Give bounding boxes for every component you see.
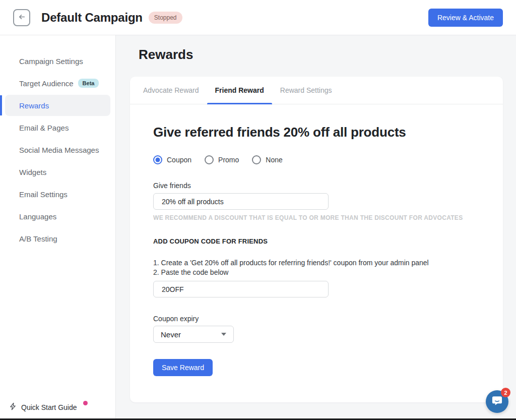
sidebar: Campaign Settings Target Audience Beta R… — [0, 35, 116, 418]
give-friends-input[interactable] — [153, 193, 329, 210]
coupon-instructions: 1. Create a 'Get 20% off all products fo… — [153, 258, 480, 277]
coupon-code-input[interactable] — [153, 281, 329, 297]
quick-start-guide-label: Quick Start Guide — [21, 403, 77, 411]
quick-start-guide-link[interactable]: Quick Start Guide — [9, 402, 88, 412]
radio-option-coupon[interactable]: Coupon — [153, 155, 191, 164]
tab-bar: Advocate Reward Friend Reward Reward Set… — [130, 77, 503, 104]
caret-down-icon — [221, 333, 226, 336]
sidebar-item-email-pages[interactable]: Email & Pages — [5, 117, 110, 138]
back-button[interactable] — [13, 9, 30, 26]
friend-reward-form: Give referred friends 20% off all produc… — [130, 125, 503, 376]
radio-label: Coupon — [167, 156, 191, 164]
coupon-expiry-label: Coupon expiry — [153, 315, 480, 323]
radio-label: Promo — [218, 156, 239, 164]
review-activate-button[interactable]: Review & Activate — [428, 9, 503, 27]
tab-label: Advocate Reward — [143, 86, 199, 94]
beta-badge: Beta — [78, 79, 99, 88]
radio-coupon-selected[interactable] — [153, 155, 162, 164]
arrow-left-icon — [18, 13, 26, 23]
rewards-card: Advocate Reward Friend Reward Reward Set… — [130, 77, 503, 402]
coupon-step-1: 1. Create a 'Get 20% off all products fo… — [153, 258, 480, 268]
chat-launcher-button[interactable]: 2 — [486, 390, 508, 413]
active-item-indicator — [0, 95, 2, 115]
sidebar-item-email-settings[interactable]: Email Settings — [5, 184, 110, 205]
sidebar-nav: Campaign Settings Target Audience Beta R… — [0, 35, 115, 249]
lightning-bolt-icon — [9, 402, 17, 412]
chat-unread-badge: 2 — [501, 388, 510, 397]
sidebar-item-label: Social Media Messages — [19, 146, 99, 154]
give-friends-label: Give friends — [153, 182, 480, 190]
coupon-section-heading: ADD COUPON CODE FOR FRIENDS — [153, 237, 480, 245]
page-title: Rewards — [139, 47, 516, 63]
save-reward-button[interactable]: Save Reward — [153, 359, 213, 376]
sidebar-item-ab-testing[interactable]: A/B Testing — [5, 228, 110, 249]
coupon-step-2: 2. Paste the code below — [153, 268, 480, 277]
radio-option-promo[interactable]: Promo — [205, 155, 239, 164]
sidebar-item-label: Languages — [19, 212, 56, 221]
reward-type-radio-group: Coupon Promo None — [153, 155, 480, 164]
sidebar-item-widgets[interactable]: Widgets — [5, 161, 110, 183]
sidebar-item-label: A/B Testing — [19, 234, 57, 243]
form-heading: Give referred friends 20% off all produc… — [153, 125, 480, 140]
radio-none[interactable] — [252, 155, 261, 164]
discount-hint: WE RECOMMEND A DISCOUNT THAT IS EQUAL TO… — [153, 214, 480, 221]
coupon-expiry-select[interactable]: Never — [153, 326, 234, 343]
app-header: Default Campaign Stopped Review & Activa… — [0, 0, 516, 35]
radio-dot — [156, 158, 160, 162]
chat-bubble-icon — [491, 395, 503, 408]
tab-label: Reward Settings — [280, 86, 332, 94]
tab-advocate-reward[interactable]: Advocate Reward — [135, 77, 207, 104]
coupon-expiry-value: Never — [161, 330, 181, 339]
radio-option-none[interactable]: None — [252, 155, 282, 164]
sidebar-item-label: Email & Pages — [19, 124, 69, 132]
sidebar-item-label: Target Audience — [19, 79, 74, 88]
radio-promo[interactable] — [205, 155, 214, 164]
radio-label: None — [266, 156, 282, 164]
sidebar-item-languages[interactable]: Languages — [5, 206, 110, 227]
sidebar-item-target-audience[interactable]: Target Audience Beta — [5, 73, 110, 94]
status-badge: Stopped — [149, 12, 182, 24]
main-content: Rewards Advocate Reward Friend Reward Re… — [116, 35, 516, 418]
sidebar-item-rewards[interactable]: Rewards — [5, 95, 110, 116]
sidebar-item-label: Email Settings — [19, 190, 68, 199]
tab-label: Friend Reward — [215, 86, 264, 94]
sidebar-item-campaign-settings[interactable]: Campaign Settings — [5, 50, 110, 72]
tab-reward-settings[interactable]: Reward Settings — [272, 77, 340, 104]
sidebar-item-label: Campaign Settings — [19, 57, 83, 66]
notification-dot — [83, 401, 88, 405]
sidebar-item-social-media-messages[interactable]: Social Media Messages — [5, 139, 110, 160]
active-tab-underline — [207, 103, 272, 104]
campaign-title: Default Campaign — [41, 11, 143, 25]
tab-friend-reward[interactable]: Friend Reward — [207, 77, 272, 104]
sidebar-item-label: Rewards — [19, 101, 49, 110]
sidebar-item-label: Widgets — [19, 168, 46, 176]
